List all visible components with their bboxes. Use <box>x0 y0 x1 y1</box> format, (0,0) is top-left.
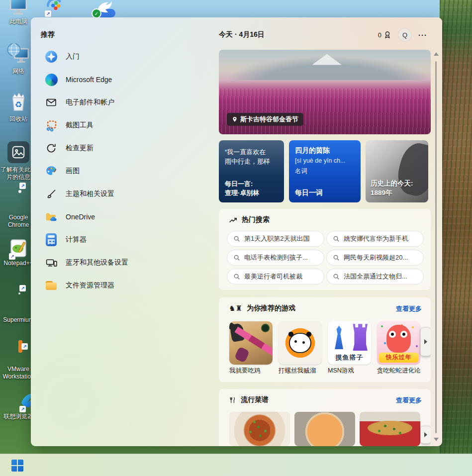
history-text: 历史上的今天:1889年 <box>371 179 413 197</box>
onedrive-icon <box>45 210 58 223</box>
recipe-tile-cake[interactable] <box>294 412 355 446</box>
game-tile-msn-games[interactable]: 摸鱼搭子 <box>328 321 371 365</box>
start-button[interactable] <box>8 457 26 475</box>
search-pill[interactable]: 姚安娜代言华为新手机 <box>326 231 424 247</box>
sync-app-icon: ↗ <box>44 0 66 18</box>
game-title: 我就要吃鸡 <box>229 367 277 375</box>
recipes-header: 流行菜谱 <box>229 395 269 404</box>
sidebar-item-file-explorer[interactable]: 文件资源管理器 <box>45 274 209 297</box>
shortcut-arrow-icon: ↗ <box>21 343 22 350</box>
quote-text: “我一直喜欢在雨中行走，那样 <box>225 147 270 166</box>
search-icon <box>233 235 240 242</box>
recipes-carousel-next-button[interactable] <box>420 426 431 444</box>
svg-text:♻: ♻ <box>15 100 22 109</box>
scrollbar-down-arrow[interactable] <box>434 438 439 441</box>
vmware-icon: ↗ <box>18 340 22 353</box>
trending-icon <box>229 216 237 224</box>
games-see-more-link[interactable]: 查看更多 <box>396 304 422 313</box>
scope-decor <box>261 324 270 332</box>
game-tile-chicken[interactable] <box>229 321 273 365</box>
search-icon <box>333 254 340 261</box>
sidebar-item-mail[interactable]: 电子邮件和帐户 <box>45 91 209 114</box>
hot-search-card: 热门搜索 第1天入职第2天就出国 姚安娜代言华为新手机 电话手表检测到孩子...… <box>219 209 431 290</box>
games-header: ♞♜ 为你推荐的游戏 <box>229 304 295 313</box>
chess-pawn-decor <box>332 326 346 351</box>
game-tile-screw-panda[interactable] <box>279 321 322 365</box>
taskbar <box>0 454 472 476</box>
search-icon <box>233 273 240 280</box>
word-footer: 每日一词 <box>295 189 323 197</box>
check-badge-icon: ✓ <box>92 8 101 18</box>
recipe-tile-braised-pork[interactable] <box>229 412 290 446</box>
chevron-right-icon <box>424 432 427 437</box>
confetti-decor <box>381 325 383 327</box>
sidebar-item-paint[interactable]: 画图 <box>45 160 209 183</box>
chess-rook-decor <box>353 324 368 351</box>
file-explorer-icon <box>45 280 58 291</box>
fork-knife-icon <box>229 396 236 404</box>
search-icon <box>233 254 240 261</box>
word-title: 四月的茵陈 <box>295 146 330 155</box>
snake-eye <box>400 331 407 338</box>
recommended-header: 推荐 <box>41 30 55 39</box>
sidebar-item-devices[interactable]: 蓝牙和其他设备设置 <box>45 251 209 274</box>
windows-logo-icon <box>11 460 23 472</box>
wallpaper-cliff <box>440 0 472 476</box>
rewards-button[interactable]: 0 <box>378 31 391 39</box>
shortcut-arrow-icon: ↗ <box>45 10 51 17</box>
feed-date: 今天 · 4月16日 <box>219 30 265 39</box>
history-today-card[interactable]: 历史上的今天:1889年 <box>366 140 428 202</box>
devices-icon <box>45 256 58 269</box>
recipe-tile-rice-pot[interactable] <box>360 412 420 446</box>
hero-news-card[interactable]: 斯卡吉特谷郁金香节 <box>219 50 431 134</box>
sidebar-item-themes[interactable]: 主题和相关设置 <box>45 183 209 205</box>
garnish-decor <box>257 426 260 428</box>
search-pill[interactable]: 法国全票通过文物归... <box>326 269 424 285</box>
notepad-pp-icon: ↗ <box>8 238 29 261</box>
sidebar-item-calculator[interactable]: 计算器 <box>45 228 209 251</box>
daily-quote-card[interactable]: “我一直喜欢在雨中行走，那样 每日一言:查理·卓别林 <box>219 140 284 202</box>
themes-brush-icon <box>45 188 58 200</box>
search-icon <box>333 273 340 280</box>
sidebar-item-check-updates[interactable]: 检查更新 <box>45 137 209 160</box>
search-pill[interactable]: 第1天入职第2天就出国 <box>227 231 324 247</box>
more-menu-button[interactable]: ··· <box>418 31 427 39</box>
search-pill[interactable]: 电话手表检测到孩子... <box>227 250 324 266</box>
recycle-bin-icon: ♻ <box>7 92 30 116</box>
sidebar-item-get-started[interactable]: 入门 <box>45 45 209 68</box>
sidebar-item-snipping-tool[interactable]: 截图工具 <box>45 114 209 137</box>
avatar-button[interactable]: Q <box>398 28 411 41</box>
desktop-icon-bird-app[interactable]: ✓ <box>82 0 105 18</box>
sidebar-item-onedrive[interactable]: OneDrive <box>45 205 209 228</box>
game-title: MSN游戏 <box>328 367 376 375</box>
widgets-panel: 推荐 入门 Microsoft Edge 电子邮件和帐户 截图工具 检查更新 画… <box>31 17 442 446</box>
games-carousel-next-button[interactable] <box>420 327 431 356</box>
shortcut-arrow-icon: ↗ <box>9 253 15 260</box>
word-pronunciation: [sì yuè de yīn ch... <box>295 157 358 164</box>
this-pc-icon <box>7 0 29 19</box>
sidebar-item-edge[interactable]: Microsoft Edge <box>45 68 209 91</box>
bird-app-icon: ✓ <box>94 9 115 17</box>
hero-caption-chip: 斯卡吉特谷郁金香节 <box>227 113 303 126</box>
game-title: 打螺丝我贼溜 <box>279 367 326 375</box>
search-pill[interactable]: 最美逆行者司机被裁 <box>227 269 324 285</box>
recipes-see-more-link[interactable]: 查看更多 <box>396 396 422 405</box>
chevron-right-icon <box>424 339 427 344</box>
check-updates-icon <box>45 142 58 155</box>
games-card: ♞♜ 为你推荐的游戏 查看更多 摸鱼搭子 快乐过年 我就要吃鸡 打螺丝我贼溜 M… <box>219 297 431 382</box>
paint-icon <box>45 165 58 178</box>
scrollbar-thumb[interactable] <box>435 61 437 433</box>
network-icon <box>6 42 30 68</box>
game-tile-snake[interactable]: 快乐过年 <box>377 321 420 365</box>
snipping-tool-icon <box>45 119 58 132</box>
rewards-points: 0 <box>378 31 381 39</box>
daily-word-card[interactable]: 四月的茵陈 [sì yuè de yīn ch... 名词 每日一词 <box>289 140 361 202</box>
rice-decor <box>368 421 412 435</box>
tile-banner-text: 快乐过年 <box>379 353 418 363</box>
feed-actions: 0 Q ··· <box>378 28 427 41</box>
get-started-icon <box>45 50 58 63</box>
scrollbar-up-arrow[interactable] <box>434 52 439 56</box>
medal-icon <box>383 31 391 39</box>
picture-info-icon <box>7 141 29 163</box>
search-pill[interactable]: 网民每天刷视频超20... <box>326 250 424 266</box>
